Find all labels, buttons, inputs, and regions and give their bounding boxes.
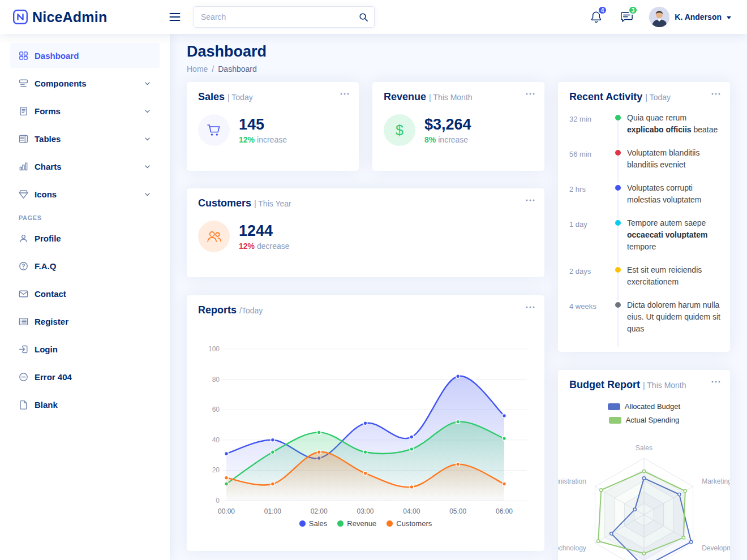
header: NiceAdmin 4 bbox=[0, 0, 747, 34]
legend-item-actual-spending[interactable]: Actual Spending bbox=[609, 416, 680, 424]
activity-dot bbox=[609, 112, 627, 136]
activity-item: 1 dayTempore autem saepe occaecati volup… bbox=[569, 217, 721, 264]
sales-delta: 12% bbox=[239, 135, 255, 144]
messages-button[interactable]: 3 bbox=[615, 6, 638, 28]
brand-logo[interactable]: NiceAdmin bbox=[12, 9, 107, 25]
activity-dot bbox=[609, 217, 627, 253]
search-button[interactable] bbox=[354, 8, 372, 25]
card-options-button[interactable] bbox=[524, 90, 536, 98]
budget-radar-chart: SalesAdministrationInformation Technolog… bbox=[558, 443, 730, 560]
nav-item: Profile bbox=[10, 226, 160, 251]
journal-icon bbox=[19, 106, 28, 116]
sidebar-item-profile[interactable]: Profile bbox=[10, 226, 160, 251]
activity-timeline: 32 minQuia quae rerum explicabo officiis… bbox=[558, 107, 730, 346]
activity-text: Est sit eum reiciendis exercitationem bbox=[627, 264, 721, 288]
sidebar-item-login[interactable]: Login bbox=[10, 337, 160, 361]
radar-indicator-label: Marketing bbox=[702, 477, 730, 485]
activity-time: 4 weeks bbox=[569, 299, 609, 335]
chevron-down-icon bbox=[144, 107, 151, 115]
cart-icon bbox=[198, 114, 230, 146]
nav-item: Components bbox=[10, 71, 160, 96]
activity-item: 4 weeksDicta dolorem harum nulla eius. U… bbox=[569, 299, 721, 346]
card-options-button[interactable] bbox=[524, 196, 536, 204]
y-axis-tick: 20 bbox=[212, 466, 220, 474]
activity-text: Tempore autem saepe occaecati voluptatem… bbox=[627, 217, 721, 253]
activity-dot bbox=[609, 182, 627, 206]
search-form bbox=[194, 6, 375, 28]
customers-delta: 12% bbox=[239, 242, 255, 251]
sidebar: DashboardComponentsFormsTablesChartsIcon… bbox=[0, 34, 170, 560]
nav-item: Dashboard bbox=[10, 43, 160, 68]
dash-circle-icon bbox=[19, 372, 28, 382]
chevron-down-icon bbox=[144, 80, 151, 87]
card-options-button[interactable] bbox=[524, 303, 536, 311]
sidebar-toggle-button[interactable] bbox=[168, 10, 182, 24]
sidebar-item-dashboard[interactable]: Dashboard bbox=[10, 43, 160, 68]
card-options-button[interactable] bbox=[710, 90, 722, 98]
sidebar-item-label: F.A.Q bbox=[35, 261, 56, 271]
sales-delta-note: increase bbox=[255, 135, 287, 144]
revenue-delta-row: 8%increase bbox=[424, 135, 471, 144]
sidebar-nav: DashboardComponentsFormsTablesChartsIcon… bbox=[10, 43, 160, 206]
sidebar-item-label: Login bbox=[35, 344, 58, 354]
legend-item-revenue[interactable]: Revenue bbox=[337, 519, 376, 528]
revenue-value: $3,264 bbox=[424, 116, 471, 133]
sidebar-item-tables[interactable]: Tables bbox=[10, 126, 160, 151]
sidebar-item-register[interactable]: Register bbox=[10, 309, 160, 334]
card-options-button[interactable] bbox=[710, 378, 722, 386]
legend-label: Revenue bbox=[347, 519, 376, 528]
card-title: Budget Report | This Month bbox=[558, 370, 730, 395]
card-title-period: | Today bbox=[645, 93, 671, 102]
chevron-down-icon bbox=[144, 191, 151, 198]
y-axis-tick: 40 bbox=[212, 436, 220, 444]
sidebar-item-blank[interactable]: Blank bbox=[10, 392, 160, 417]
x-axis-tick: 01:00 bbox=[264, 507, 281, 515]
card-title-period: | Today bbox=[227, 93, 253, 102]
sidebar-item-charts[interactable]: Charts bbox=[10, 154, 160, 179]
profile-menu[interactable]: K. Anderson bbox=[649, 7, 731, 27]
nav-item: Error 404 bbox=[10, 364, 160, 389]
search-input[interactable] bbox=[194, 6, 375, 28]
sidebar-pages-nav: ProfileF.A.QContactRegisterLoginError 40… bbox=[10, 226, 160, 417]
breadcrumb-home[interactable]: Home bbox=[187, 64, 208, 74]
budget-chart-legend: Allocated BudgetActual Spending bbox=[558, 402, 730, 424]
sidebar-item-components[interactable]: Components bbox=[10, 71, 160, 96]
legend-item-allocated-budget[interactable]: Allocated Budget bbox=[608, 402, 680, 411]
legend-item-sales[interactable]: Sales bbox=[299, 519, 328, 528]
nav-item: Tables bbox=[10, 126, 160, 151]
activity-dot bbox=[609, 264, 627, 288]
card-title: Sales | Today bbox=[187, 82, 359, 107]
sidebar-item-forms[interactable]: Forms bbox=[10, 98, 160, 123]
sidebar-item-label: Contact bbox=[35, 289, 66, 299]
sidebar-item-f-a-q[interactable]: F.A.Q bbox=[10, 253, 160, 278]
card-title-period: | This Year bbox=[254, 199, 291, 208]
radar-indicator-label: Sales bbox=[636, 444, 652, 452]
revenue-delta: 8% bbox=[424, 135, 436, 144]
avatar bbox=[649, 7, 669, 27]
legend-swatch bbox=[608, 403, 620, 410]
card-options-button[interactable] bbox=[338, 90, 351, 98]
legend-item-customers[interactable]: Customers bbox=[387, 519, 432, 528]
sales-card: Sales | Today 145 12%increase bbox=[187, 82, 359, 171]
sidebar-item-contact[interactable]: Contact bbox=[10, 281, 160, 306]
page-title: Dashboard bbox=[187, 43, 267, 61]
nav-item: Login bbox=[10, 337, 160, 361]
card-title: Customers | This Year bbox=[187, 188, 544, 214]
sidebar-item-icons[interactable]: Icons bbox=[10, 182, 160, 206]
reports-line-chart: 02040608010000:0001:0002:0003:0004:0005:… bbox=[187, 295, 544, 522]
radar-indicator-label: Development bbox=[702, 544, 730, 552]
sidebar-item-error-404[interactable]: Error 404 bbox=[10, 364, 160, 389]
sales-figures: 145 12%increase bbox=[239, 116, 287, 144]
notifications-button[interactable]: 4 bbox=[585, 6, 607, 28]
legend-label: Sales bbox=[309, 519, 328, 528]
messages-badge: 3 bbox=[628, 6, 638, 15]
x-axis-tick: 00:00 bbox=[218, 507, 235, 515]
card-title-text: Sales bbox=[198, 91, 225, 102]
card-list-icon bbox=[19, 317, 28, 326]
sidebar-item-label: Dashboard bbox=[35, 51, 79, 61]
activity-item: 56 minVoluptatem blanditiis blanditiis e… bbox=[569, 147, 721, 182]
y-axis-tick: 60 bbox=[212, 406, 220, 413]
gem-icon bbox=[19, 189, 28, 199]
brand-logo-icon bbox=[12, 9, 28, 25]
chevron-down-icon bbox=[144, 135, 151, 143]
